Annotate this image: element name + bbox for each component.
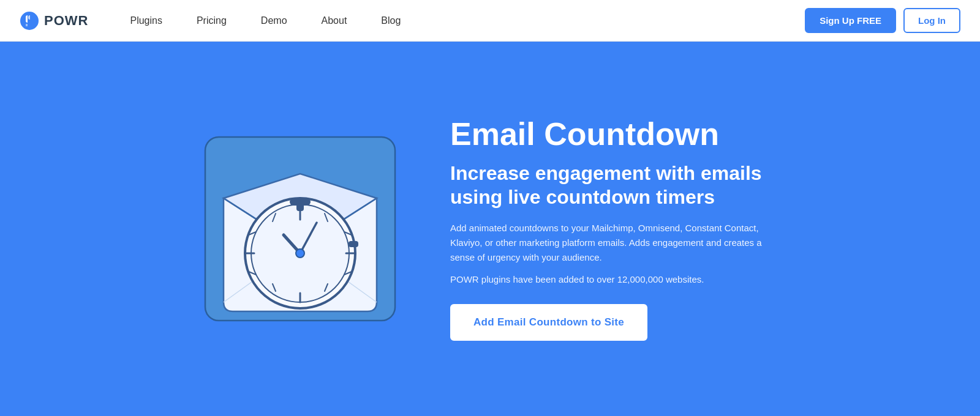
nav-link-blog[interactable]: Blog <box>364 0 418 42</box>
logo[interactable]: POWR <box>20 11 88 31</box>
signup-button[interactable]: Sign Up FREE <box>805 8 896 33</box>
hero-content: Email Countdown Increase engagement with… <box>450 117 781 341</box>
hero-description-2: POWR plugins have been added to over 12,… <box>450 272 781 287</box>
svg-rect-5 <box>290 198 311 206</box>
hero-title: Email Countdown <box>450 117 781 152</box>
hero-subtitle: Increase engagement with emails using li… <box>450 162 781 209</box>
hero-description-1: Add animated countdowns to your Mailchim… <box>450 221 781 265</box>
svg-rect-6 <box>349 241 358 247</box>
nav-link-demo[interactable]: Demo <box>244 0 304 42</box>
login-button[interactable]: Log In <box>903 8 960 33</box>
hero-section: Email Countdown Increase engagement with… <box>0 42 980 416</box>
nav-link-about[interactable]: About <box>304 0 364 42</box>
powr-logo-icon <box>20 11 39 31</box>
nav-actions: Sign Up FREE Log In <box>805 8 960 33</box>
add-to-site-button[interactable]: Add Email Countdown to Site <box>450 304 647 341</box>
nav-link-pricing[interactable]: Pricing <box>179 0 244 42</box>
svg-point-0 <box>20 12 39 30</box>
hero-illustration <box>199 125 401 333</box>
logo-text: POWR <box>44 13 88 29</box>
nav-links: Plugins Pricing Demo About Blog <box>113 0 805 42</box>
navbar: POWR Plugins Pricing Demo About Blog Sig… <box>0 0 980 42</box>
svg-point-21 <box>296 249 304 258</box>
hero-cta: Add Email Countdown to Site <box>450 304 781 341</box>
nav-link-plugins[interactable]: Plugins <box>113 0 179 42</box>
